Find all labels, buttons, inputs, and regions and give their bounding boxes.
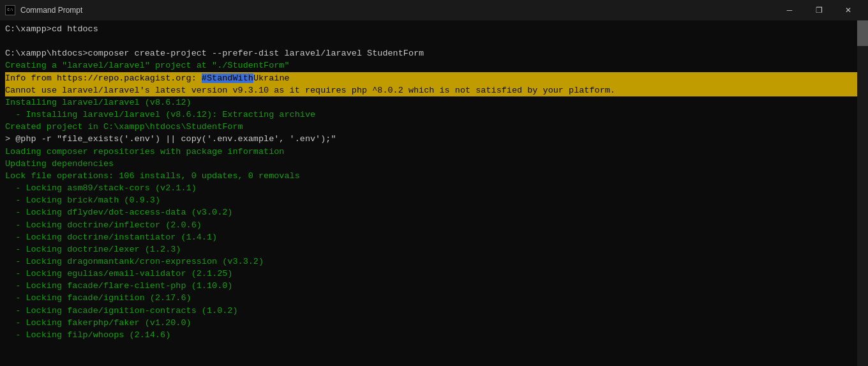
terminal-line: - Locking doctrine/instantiator (1.4.1) — [5, 231, 863, 243]
terminal-line: Lock file operations: 106 installs, 0 up… — [5, 170, 863, 182]
minimize-button[interactable]: ─ — [775, 0, 804, 20]
terminal-line: Installing laravel/laravel (v8.6.12) — [5, 96, 863, 109]
terminal-line: Loading composer repositories with packa… — [5, 146, 863, 158]
window: Command Prompt ─ ❐ ✕ C:\xampp>cd htdocs … — [0, 0, 868, 366]
terminal-line-info: Info from https://repo.packagist.org: #S… — [5, 72, 863, 84]
title-bar: Command Prompt ─ ❐ ✕ — [0, 0, 868, 20]
cmd-window: Command Prompt ─ ❐ ✕ C:\xampp>cd htdocs … — [0, 0, 868, 366]
maximize-button[interactable]: ❐ — [804, 0, 834, 20]
terminal-line: - Locking filp/whoops (2.14.6) — [5, 329, 863, 341]
terminal-line: - Locking facade/ignition-contracts (1.0… — [5, 305, 863, 317]
terminal-line: - Locking doctrine/inflector (2.0.6) — [5, 219, 863, 231]
terminal-output: C:\xampp>cd htdocs C:\xampp\htdocs>compo… — [0, 20, 868, 366]
window-title: Command Prompt — [20, 6, 775, 15]
scrollbar-thumb[interactable] — [857, 20, 868, 46]
window-controls: ─ ❐ ✕ — [775, 0, 863, 20]
terminal-line: Creating a "laravel/laravel" project at … — [5, 59, 863, 72]
terminal-line-error: Cannot use laravel/laravel's latest vers… — [5, 84, 863, 96]
app-icon — [5, 5, 15, 15]
cmd-icon — [5, 5, 15, 15]
terminal-line: - Locking egulias/email-validator (2.1.2… — [5, 268, 863, 280]
terminal-line: - Installing laravel/laravel (v8.6.12): … — [5, 109, 863, 121]
terminal-line: - Locking fakerphp/faker (v1.20.0) — [5, 317, 863, 329]
terminal-line: - Locking dflydev/dot-access-data (v3.0.… — [5, 206, 863, 218]
terminal-line: - Locking brick/math (0.9.3) — [5, 194, 863, 206]
terminal-line: Created project in C:\xampp\htdocs\Stude… — [5, 121, 863, 133]
terminal-line: Updating dependencies — [5, 158, 863, 170]
scrollbar-track[interactable] — [857, 20, 868, 366]
terminal-line: C:\xampp\htdocs>composer create-project … — [5, 47, 863, 59]
terminal-line: - Locking dragonmantank/cron-expression … — [5, 255, 863, 268]
terminal-line: - Locking facade/flare-client-php (1.10.… — [5, 280, 863, 292]
close-button[interactable]: ✕ — [834, 0, 863, 20]
terminal-line: - Locking facade/ignition (2.17.6) — [5, 292, 863, 304]
terminal-line: - Locking doctrine/lexer (1.2.3) — [5, 243, 863, 255]
terminal-line — [5, 35, 863, 47]
terminal-line: > @php -r "file_exists('.env') || copy('… — [5, 133, 863, 145]
terminal-line: - Locking asm89/stack-cors (v2.1.1) — [5, 182, 863, 194]
highlight-standwith: #StandWith — [202, 73, 253, 83]
terminal-line: C:\xampp>cd htdocs — [5, 23, 863, 35]
